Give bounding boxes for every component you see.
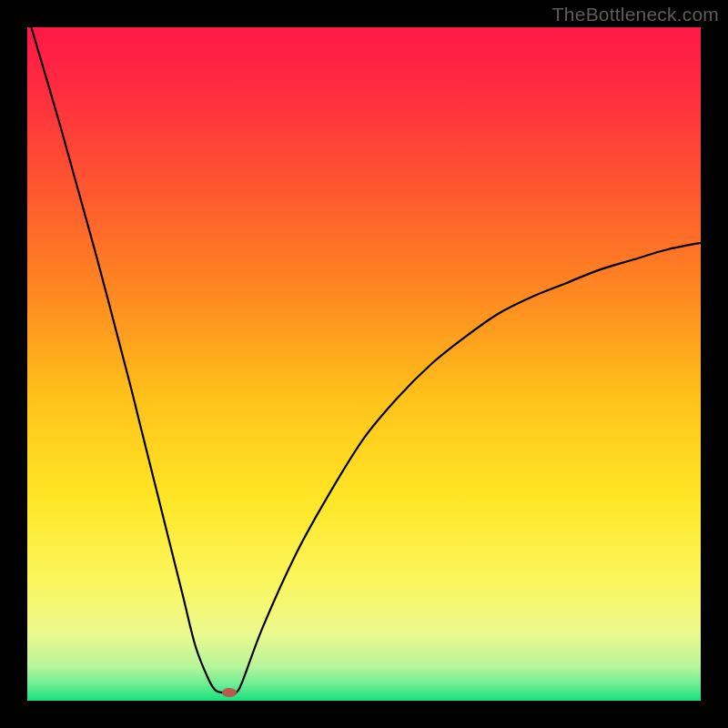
watermark-text: TheBottleneck.com	[552, 4, 719, 25]
plot-area	[27, 27, 701, 701]
gradient-background	[27, 27, 701, 701]
optimum-marker	[222, 688, 237, 697]
chart-frame: TheBottleneck.com	[0, 0, 728, 728]
plot-svg	[27, 27, 701, 701]
